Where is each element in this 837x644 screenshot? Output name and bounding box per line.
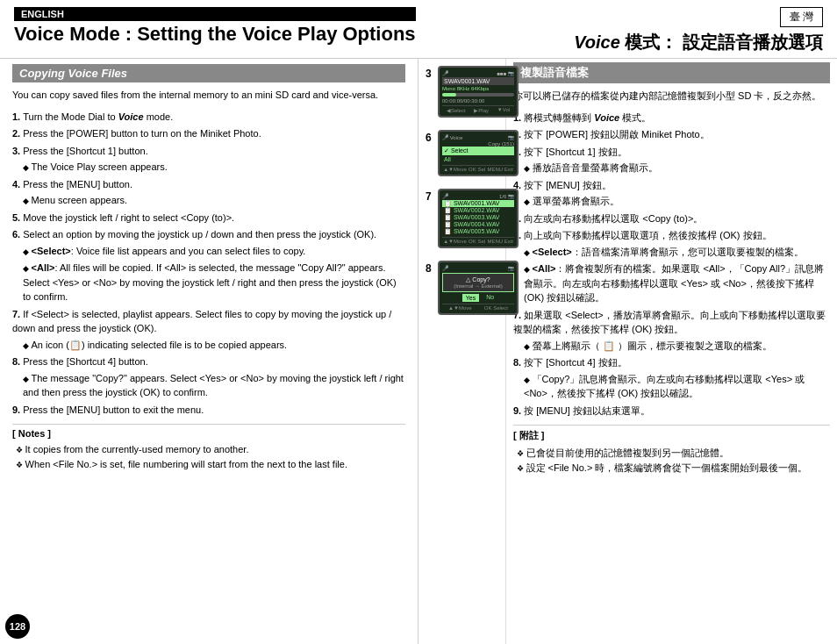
english-badge: ENGLISH xyxy=(14,7,416,21)
zh-step-4: 4. 按下 [MENU] 按鈕。 選單螢幕將會顯示。 xyxy=(513,178,830,209)
zh-step-6: 6. 向上或向下移動搖桿以選取選項，然後按搖桿 (OK) 按鈕。 <Select… xyxy=(513,228,830,305)
screenshot-7: 7 🎤 1/6 📷 📋 SWAV0001.WAV 📋 SWAV0002.WAV … xyxy=(438,189,502,248)
header-right: 臺 灣 Voice 模式： 設定語音播放選項 xyxy=(574,7,823,54)
page-number: 128 xyxy=(5,614,30,639)
zh-step-1: 1. 將模式轉盤轉到 Voice 模式。 xyxy=(513,111,830,125)
left-intro: You can copy saved files from the intern… xyxy=(12,88,405,103)
zh-step-3: 3. 按下 [Shortcut 1] 按鈕。 播放語音音量螢幕將會顯示。 xyxy=(513,145,830,175)
right-section-title: 複製語音檔案 xyxy=(513,62,830,83)
step-6: 6. Select an option by moving the joysti… xyxy=(12,227,405,304)
zh-step-9: 9. 按 [MENU] 按鈕以結束選單。 xyxy=(513,404,830,419)
left-steps: 1. Turn the Mode Dial to Voice mode. 2. … xyxy=(12,110,405,418)
step-9: 9. Press the [MENU] button to exit the m… xyxy=(12,403,405,418)
zh-notes-title: [ 附註 ] xyxy=(513,429,830,442)
zh-step-2: 2. 按下 [POWER] 按鈕以開啟 Miniket Photo。 xyxy=(513,127,830,142)
shot-7-label: 7 xyxy=(426,190,432,203)
screen-3-filename: SWAV0001.WAV xyxy=(442,77,514,85)
header-title-en: Voice Mode : Setting the Voice Play Opti… xyxy=(14,23,416,46)
left-section-title: Copying Voice Files xyxy=(12,64,405,82)
screenshot-3: 3 🎤 ■■■ 📷 SWAV0001.WAV Mono 8KHz 64Kbps … xyxy=(438,66,502,118)
zh-step-7: 7. 如果選取 <Select>，播放清單將會顯示。向上或向下移動搖桿以選取要複… xyxy=(513,308,830,354)
screenshot-6: 6 🎤 Voice 📷 Copy (151) ✓ Select All ▲▼Mo… xyxy=(438,130,502,176)
step-1: 1. Turn the Mode Dial to Voice mode. xyxy=(12,110,405,125)
taiwan-badge: 臺 灣 xyxy=(780,7,823,27)
right-intro: 你可以將已儲存的檔案從內建內部記憶體複製到小型 SD 卡，反之亦然。 xyxy=(513,89,830,104)
header-left: ENGLISH Voice Mode : Setting the Voice P… xyxy=(14,7,416,46)
notes-list: It copies from the currently-used memory… xyxy=(12,442,405,471)
screen-6: 🎤 Voice 📷 Copy (151) ✓ Select All ▲▼Move… xyxy=(438,130,519,176)
title-zh-rest: 模式： 設定語音播放選項 xyxy=(620,32,823,52)
step-1-num: 1. xyxy=(12,111,23,122)
screenshots-area: 3 🎤 ■■■ 📷 SWAV0001.WAV Mono 8KHz 64Kbps … xyxy=(418,59,506,644)
step-2: 2. Press the [POWER] button to turn on t… xyxy=(12,126,405,141)
right-text-column: 複製語音檔案 你可以將已儲存的檔案從內建內部記憶體複製到小型 SD 卡，反之亦然… xyxy=(506,59,837,644)
step-5: 5. Move the joystick left / right to sel… xyxy=(12,211,405,225)
voice-label-zh: Voice xyxy=(574,32,620,52)
shot-6-label: 6 xyxy=(426,132,432,144)
header-title-zh: Voice 模式： 設定語音播放選項 xyxy=(574,31,823,54)
page: ENGLISH Voice Mode : Setting the Voice P… xyxy=(0,0,837,644)
screen-3: 🎤 ■■■ 📷 SWAV0001.WAV Mono 8KHz 64Kbps 00… xyxy=(438,66,519,118)
screen-8: 🎤 📷 △ Copy? (Internal → External) Yes No xyxy=(438,261,519,315)
step-4: 4. Press the [MENU] button. Menu screen … xyxy=(12,177,405,208)
zh-step-8: 8. 按下 [Shortcut 4] 按鈕。 「Copy?」訊息將會顯示。向左或… xyxy=(513,355,830,401)
step-7: 7. If <Select> is selected, playlist app… xyxy=(12,307,405,353)
notes-title: [ Notes ] xyxy=(12,428,405,439)
main-content: Copying Voice Files You can copy saved f… xyxy=(0,59,837,644)
right-steps: 1. 將模式轉盤轉到 Voice 模式。 2. 按下 [POWER] 按鈕以開啟… xyxy=(513,111,830,419)
zh-step-5: 5. 向左或向右移動搖桿以選取 <Copy (to)>。 xyxy=(513,211,830,226)
screen-7: 🎤 1/6 📷 📋 SWAV0001.WAV 📋 SWAV0002.WAV 📋 … xyxy=(438,189,519,248)
notes-section: [ Notes ] It copies from the currently-u… xyxy=(12,424,405,471)
header: ENGLISH Voice Mode : Setting the Voice P… xyxy=(0,0,837,59)
step-3-bullets: The Voice Play screen appears. xyxy=(12,160,405,175)
shot-8-label: 8 xyxy=(426,262,432,275)
zh-notes-list: 已會從目前使用的記憶體複製到另一個記憶體。 設定 <File No.> 時，檔案… xyxy=(513,446,830,475)
zh-notes-section: [ 附註 ] 已會從目前使用的記憶體複製到另一個記憶體。 設定 <File No… xyxy=(513,425,830,475)
shot-3-label: 3 xyxy=(426,68,432,80)
step-3: 3. Press the [Shortcut 1] button. The Vo… xyxy=(12,144,405,175)
step-8: 8. Press the [Shortcut 4] button. The me… xyxy=(12,354,405,400)
screenshot-8: 8 🎤 📷 △ Copy? (Internal → External) Yes xyxy=(438,261,502,315)
right-section: 3 🎤 ■■■ 📷 SWAV0001.WAV Mono 8KHz 64Kbps … xyxy=(418,59,837,644)
left-column: Copying Voice Files You can copy saved f… xyxy=(0,59,418,644)
